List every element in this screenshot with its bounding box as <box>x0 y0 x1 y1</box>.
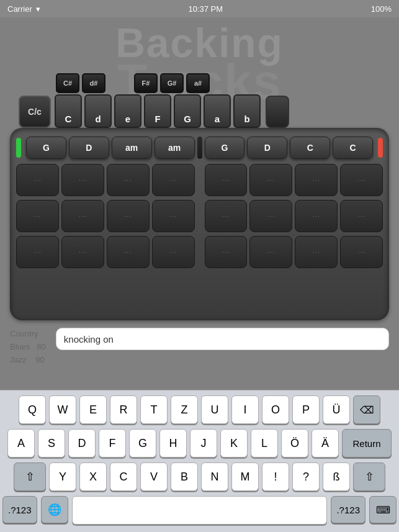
key-b[interactable]: B <box>171 462 198 491</box>
key-j[interactable]: J <box>190 429 217 458</box>
dot-btn-19[interactable] <box>107 236 150 268</box>
black-key-cs[interactable]: C# <box>56 73 79 93</box>
key-y[interactable]: Y <box>49 462 76 491</box>
status-time: 10:37 PM <box>188 4 223 14</box>
key-s[interactable]: S <box>38 429 65 458</box>
key-x[interactable]: X <box>79 462 107 491</box>
dark-right-key[interactable] <box>266 96 289 128</box>
dot-btn-4[interactable] <box>152 164 195 196</box>
key-l[interactable]: L <box>251 429 278 458</box>
dot-btn-2[interactable] <box>61 164 104 196</box>
black-key-fs[interactable]: F# <box>134 73 158 93</box>
key-t[interactable]: T <box>140 395 168 424</box>
key-q[interactable]: Q <box>19 395 46 424</box>
cc-key[interactable]: C/c <box>19 96 51 128</box>
chord-btn-am2[interactable]: am <box>155 137 195 159</box>
key-symbols-left[interactable]: .?123 <box>2 496 37 523</box>
keyboard-dismiss-key[interactable]: ⌨ <box>369 496 397 523</box>
dot-btn-20[interactable] <box>152 236 195 268</box>
key-symbols-right[interactable]: .?123 <box>331 496 365 523</box>
key-h[interactable]: H <box>159 429 187 458</box>
chord-btn-am1[interactable]: am <box>112 137 152 159</box>
return-key[interactable]: Return <box>342 429 392 458</box>
white-key-c[interactable]: C <box>55 94 82 128</box>
dot-btn-6[interactable] <box>249 164 292 196</box>
dot-btn-24[interactable] <box>340 236 383 268</box>
key-ue[interactable]: Ü <box>323 395 350 424</box>
white-key-a[interactable]: a <box>204 94 231 128</box>
chord-btn-c1[interactable]: C <box>290 137 330 159</box>
white-key-b[interactable]: b <box>233 94 261 128</box>
white-key-g[interactable]: G <box>174 94 201 128</box>
keyboard-row-2: A S D F G H J K L Ö Ä Return <box>2 429 397 458</box>
piano-strip: C/c C# d# F# G# a# C d e F G a b <box>19 73 289 128</box>
dot-btn-15[interactable] <box>295 200 338 232</box>
dot-btn-14[interactable] <box>249 200 292 232</box>
key-n[interactable]: N <box>201 462 228 491</box>
dot-btn-3[interactable] <box>107 164 150 196</box>
key-g[interactable]: G <box>129 429 156 458</box>
key-z[interactable]: Z <box>171 395 198 424</box>
key-w[interactable]: W <box>49 395 76 424</box>
dot-btn-18[interactable] <box>61 236 104 268</box>
dot-btn-10[interactable] <box>61 200 104 232</box>
key-v[interactable]: V <box>140 462 168 491</box>
chord-btn-g2[interactable]: G <box>205 137 245 159</box>
key-k[interactable]: K <box>220 429 248 458</box>
keyboard-row-3: ⇧ Y X C V B N M ! ? ß ⇧ <box>2 462 397 491</box>
key-ae[interactable]: Ä <box>312 429 339 458</box>
key-p[interactable]: P <box>292 395 320 424</box>
space-key[interactable] <box>72 496 328 525</box>
white-key-f[interactable]: F <box>144 94 171 128</box>
key-i[interactable]: I <box>231 395 259 424</box>
key-f[interactable]: F <box>99 429 126 458</box>
dots-row-3 <box>16 236 383 268</box>
indicator-red <box>378 138 383 158</box>
delete-key[interactable]: ⌫ <box>353 395 380 424</box>
chord-btn-d2[interactable]: D <box>247 137 287 159</box>
key-o[interactable]: O <box>262 395 289 424</box>
chord-btn-c2[interactable]: C <box>333 137 373 159</box>
key-a[interactable]: A <box>7 429 35 458</box>
row-spacer-2 <box>197 200 202 232</box>
shift-right[interactable]: ⇧ <box>353 462 385 491</box>
key-exclaim[interactable]: ! <box>262 462 289 491</box>
black-key-gs[interactable]: G# <box>160 73 184 93</box>
key-oe[interactable]: Ö <box>281 429 308 458</box>
key-m[interactable]: M <box>231 462 259 491</box>
globe-key[interactable]: 🌐 <box>41 496 68 523</box>
black-key-as[interactable]: a# <box>186 73 210 93</box>
search-box[interactable]: knocking on <box>56 328 389 350</box>
dot-btn-5[interactable] <box>205 164 248 196</box>
key-d[interactable]: D <box>68 429 96 458</box>
dot-btn-12[interactable] <box>152 200 195 232</box>
key-c[interactable]: C <box>110 462 137 491</box>
chord-btn-g1[interactable]: G <box>26 137 66 159</box>
key-u[interactable]: U <box>201 395 228 424</box>
dot-btn-21[interactable] <box>205 236 248 268</box>
dot-btn-13[interactable] <box>205 200 248 232</box>
dot-btn-17[interactable] <box>16 236 59 268</box>
wifi-icon: ▾ <box>36 4 40 14</box>
dot-btn-23[interactable] <box>295 236 338 268</box>
white-key-e[interactable]: e <box>114 94 141 128</box>
genre-list: Country Blues 80 Jazz 90 <box>10 328 46 366</box>
dots-row-2 <box>16 200 383 232</box>
dot-btn-16[interactable] <box>340 200 383 232</box>
dot-btn-11[interactable] <box>107 200 150 232</box>
white-key-d[interactable]: d <box>84 94 112 128</box>
chord-divider-center <box>197 137 202 159</box>
key-e[interactable]: E <box>79 395 107 424</box>
key-sz[interactable]: ß <box>323 462 350 491</box>
dot-btn-9[interactable] <box>16 200 59 232</box>
key-r[interactable]: R <box>110 395 137 424</box>
dot-btn-1[interactable] <box>16 164 59 196</box>
dot-btn-7[interactable] <box>295 164 338 196</box>
chord-btn-d1[interactable]: D <box>69 137 109 159</box>
black-key-ds[interactable]: d# <box>82 73 105 93</box>
battery-label: 100% <box>371 4 392 14</box>
dot-btn-8[interactable] <box>340 164 383 196</box>
dot-btn-22[interactable] <box>249 236 292 268</box>
key-question[interactable]: ? <box>292 462 320 491</box>
shift-left[interactable]: ⇧ <box>14 462 46 491</box>
